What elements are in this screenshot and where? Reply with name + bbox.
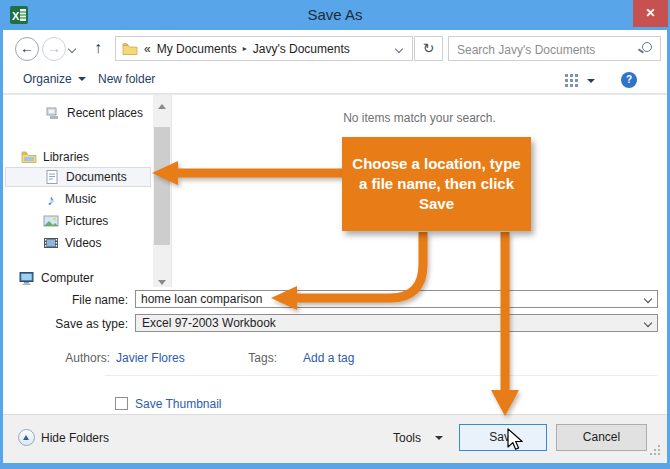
- scrollbar-down-icon[interactable]: [153, 271, 171, 287]
- organize-menu-button[interactable]: Organize: [23, 72, 86, 86]
- tools-dropdown-icon: [435, 436, 443, 440]
- sidebar-item-label: Recent places: [67, 106, 143, 120]
- save-as-type-value: Excel 97-2003 Workbook: [142, 316, 276, 331]
- breadcrumb-item-my-documents[interactable]: My Documents: [157, 42, 237, 56]
- videos-icon: [43, 235, 59, 251]
- breadcrumb-item-javys-documents[interactable]: Javy's Documents: [253, 42, 350, 56]
- sidebar-item-pictures[interactable]: Pictures: [43, 211, 108, 231]
- navigation-bar: ← → ↑ « My Documents ▸ Javy's Documents: [3, 30, 667, 67]
- new-folder-label: New folder: [98, 72, 155, 86]
- libraries-folder-icon: [21, 149, 37, 165]
- new-folder-button[interactable]: New folder: [98, 72, 155, 86]
- tutorial-callout: Choose a location, type a file name, the…: [342, 137, 531, 231]
- save-thumbnail-label[interactable]: Save Thumbnail: [135, 397, 222, 411]
- computer-icon: [19, 270, 35, 286]
- up-button[interactable]: ↑: [87, 37, 109, 59]
- metadata-divider: [105, 375, 658, 376]
- authors-value-link[interactable]: Javier Flores: [116, 351, 185, 365]
- address-bar[interactable]: « My Documents ▸ Javy's Documents: [115, 36, 413, 61]
- sidebar-scrollbar[interactable]: [153, 95, 171, 287]
- file-name-input[interactable]: [141, 292, 621, 306]
- pictures-icon: [43, 213, 59, 229]
- add-a-tag-link[interactable]: Add a tag: [303, 351, 354, 365]
- dialog-footer: Hide Folders Tools Save Cancel: [3, 414, 667, 463]
- organize-dropdown-icon: [78, 77, 86, 81]
- save-as-type-select[interactable]: Excel 97-2003 Workbook: [135, 314, 658, 332]
- up-icon: ↑: [94, 39, 102, 56]
- scrollbar-up-icon[interactable]: [153, 95, 171, 111]
- save-button[interactable]: Save: [459, 424, 547, 451]
- sidebar-item-recent-places[interactable]: Recent places: [45, 103, 143, 123]
- refresh-icon: ↻: [423, 40, 435, 56]
- back-icon: ←: [20, 40, 34, 56]
- sidebar-item-label: Computer: [41, 271, 94, 285]
- folder-icon: [122, 41, 138, 57]
- sidebar-item-documents[interactable]: Documents: [5, 167, 151, 187]
- sidebar-item-computer[interactable]: Computer: [19, 268, 94, 288]
- save-form: File name: Save as type: Excel 97-2003 W…: [3, 287, 667, 414]
- tools-label: Tools: [393, 431, 421, 445]
- window-title: Save As: [0, 0, 670, 30]
- save-as-type-label: Save as type:: [3, 317, 128, 331]
- resize-grip[interactable]: [649, 445, 660, 456]
- breadcrumb-prefix: «: [144, 42, 151, 56]
- tools-menu-button[interactable]: Tools: [393, 431, 443, 445]
- sidebar-item-libraries[interactable]: Libraries: [21, 147, 89, 167]
- search-box: [448, 36, 661, 61]
- sidebar-item-label: Videos: [65, 236, 101, 250]
- file-name-label: File name:: [3, 293, 128, 307]
- close-icon: ✕: [645, 6, 655, 20]
- sidebar-item-label: Documents: [66, 170, 127, 184]
- close-button[interactable]: ✕: [633, 0, 668, 27]
- file-name-dropdown-icon[interactable]: [644, 295, 652, 303]
- music-note-icon: ♪: [43, 191, 59, 208]
- hide-folders-icon[interactable]: [18, 429, 35, 446]
- hide-folders-button[interactable]: Hide Folders: [41, 431, 109, 445]
- back-button[interactable]: ←: [15, 37, 39, 61]
- file-name-combo[interactable]: [135, 290, 658, 308]
- search-icon: [642, 42, 652, 52]
- sidebar-item-videos[interactable]: Videos: [43, 233, 101, 253]
- browser-body: Recent places Libraries Documents: [3, 94, 667, 287]
- save-as-type-dropdown-icon[interactable]: [644, 319, 652, 327]
- sidebar-item-label: Music: [65, 192, 96, 206]
- address-dropdown-icon[interactable]: [395, 44, 403, 52]
- save-as-dialog: X Save As ✕ ← → ↑ « My Documents: [0, 0, 670, 469]
- sidebar-item-label: Libraries: [43, 150, 89, 164]
- sidebar-item-label: Pictures: [65, 214, 108, 228]
- sidebar-item-music[interactable]: ♪ Music: [43, 189, 96, 209]
- authors-label: Authors:: [3, 351, 110, 365]
- refresh-button[interactable]: ↻: [414, 36, 443, 61]
- recent-locations-dropdown-icon[interactable]: [68, 45, 76, 53]
- view-dropdown-icon[interactable]: [587, 79, 595, 83]
- change-view-icon[interactable]: [565, 74, 578, 87]
- empty-search-message: No items match your search.: [172, 111, 667, 125]
- tags-label: Tags:: [233, 351, 277, 365]
- forward-button[interactable]: →: [42, 37, 66, 61]
- cancel-button[interactable]: Cancel: [556, 424, 647, 451]
- save-thumbnail-checkbox[interactable]: [115, 397, 128, 410]
- help-icon[interactable]: ?: [621, 72, 637, 88]
- forward-icon: →: [47, 40, 61, 56]
- search-input[interactable]: [455, 39, 634, 60]
- help-glyph: ?: [626, 74, 632, 85]
- breadcrumb-separator-icon: ▸: [243, 44, 247, 53]
- command-toolbar: Organize New folder ?: [3, 67, 667, 94]
- document-icon: [44, 169, 60, 185]
- scrollbar-thumb[interactable]: [154, 127, 170, 245]
- organize-label: Organize: [23, 72, 72, 86]
- recent-places-icon: [45, 105, 61, 121]
